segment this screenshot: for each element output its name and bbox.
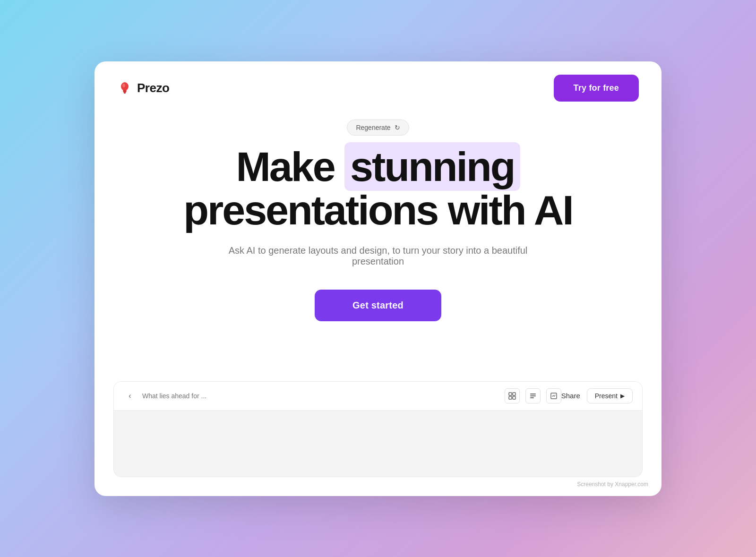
toolbar-icons — [505, 388, 561, 403]
try-free-button[interactable]: Try for free — [554, 75, 639, 102]
subtitle: Ask AI to generate layouts and design, t… — [227, 245, 529, 267]
logo-icon — [117, 80, 132, 95]
headline-highlight: stunning — [344, 142, 520, 191]
share-button[interactable]: Share — [561, 392, 580, 400]
svg-rect-10 — [530, 395, 536, 396]
toolbar-right: Share Present ▶ — [561, 388, 633, 403]
hero-section: Regenerate ↻ Make stunning presentations… — [94, 115, 662, 381]
svg-rect-7 — [509, 396, 512, 399]
toolbar-icon-3[interactable] — [546, 388, 561, 403]
regenerate-badge[interactable]: Regenerate ↻ — [347, 120, 409, 136]
svg-rect-5 — [509, 393, 512, 395]
present-play-icon: ▶ — [620, 393, 625, 399]
svg-rect-11 — [530, 397, 534, 398]
main-card: Prezo Try for free Regenerate ↻ Make stu… — [94, 61, 662, 496]
back-button[interactable]: ‹ — [123, 389, 137, 403]
preview-bar: ‹ Share Present — [113, 381, 643, 477]
svg-rect-4 — [124, 93, 126, 94]
preview-toolbar: ‹ Share Present — [114, 382, 642, 411]
watermark: Screenshot by Xnapper.com — [577, 481, 648, 488]
preview-content — [114, 411, 642, 477]
toolbar-icon-1[interactable] — [505, 388, 520, 403]
headline-line2: presentations with AI — [183, 189, 573, 232]
svg-rect-2 — [123, 90, 127, 92]
svg-rect-3 — [123, 92, 126, 93]
svg-rect-6 — [513, 393, 515, 395]
present-button[interactable]: Present ▶ — [587, 388, 633, 403]
regenerate-label: Regenerate — [356, 124, 390, 131]
logo-text: Prezo — [137, 81, 169, 95]
header: Prezo Try for free — [94, 61, 662, 115]
headline: Make stunning presentations with AI — [183, 145, 573, 232]
svg-rect-9 — [530, 394, 536, 394]
slide-title-input[interactable] — [142, 392, 505, 400]
preview-section: ‹ Share Present — [94, 381, 662, 496]
regenerate-icon: ↻ — [395, 124, 400, 131]
svg-rect-8 — [513, 396, 515, 399]
svg-point-1 — [122, 84, 125, 87]
toolbar-icon-2[interactable] — [525, 388, 541, 403]
headline-make: Make — [236, 143, 344, 190]
logo-area: Prezo — [117, 80, 169, 95]
get-started-button[interactable]: Get started — [315, 290, 441, 321]
headline-line1: Make stunning — [183, 145, 573, 189]
present-label: Present — [595, 392, 618, 400]
